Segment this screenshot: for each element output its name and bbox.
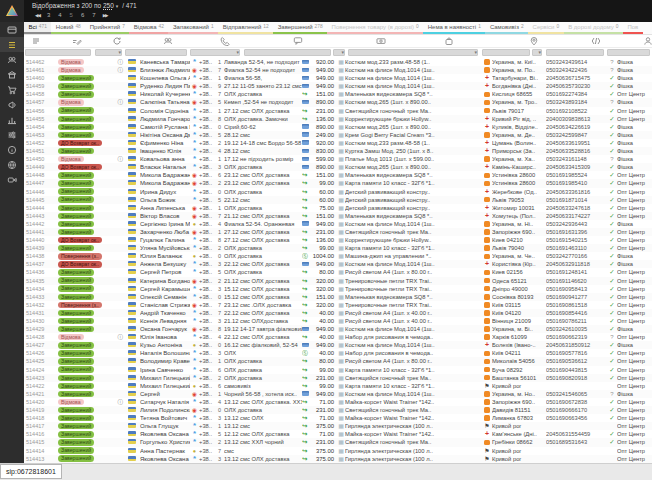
phone-status-icon[interactable]: *: [190, 366, 199, 374]
money-icon[interactable]: [376, 36, 386, 46]
phone-number[interactable]: +38..: [199, 74, 214, 82]
tab-Нема в наявності[interactable]: Нема в наявності1: [423, 22, 485, 34]
phone-number[interactable]: +38..: [199, 163, 214, 171]
tab-Відправлений[interactable]: Відправлений12: [218, 22, 273, 34]
tracking-number[interactable]: 0503242936443: [546, 220, 607, 228]
chat-icon[interactable]: [293, 36, 303, 46]
table-row[interactable]: 514447ЗавершенийМикола Бадражан◉+38..223…: [24, 179, 652, 187]
info-icon[interactable]: ⓘ: [118, 98, 124, 106]
table-row[interactable]: 514451ЗавершенийІващенко Юлія*+38..428.1…: [24, 147, 652, 155]
phone-status-icon[interactable]: *: [190, 317, 199, 325]
phone-status-icon[interactable]: *: [190, 196, 199, 204]
phone-status-icon[interactable]: ◉: [190, 204, 199, 212]
tracking-number[interactable]: 0503241546065: [546, 390, 607, 398]
tracking-number[interactable]: 0503242770166: [546, 252, 607, 260]
phone-status-icon[interactable]: ◉: [190, 406, 199, 414]
phone-status-icon[interactable]: ●: [190, 382, 199, 390]
tracking-number[interactable]: 0501691985410: [546, 179, 607, 187]
phone-number[interactable]: +38..: [199, 139, 214, 147]
last-page-button[interactable]: ▶▶: [103, 13, 108, 18]
sidebar-item-orders[interactable]: [0, 37, 24, 52]
info-icon[interactable]: ⓘ: [118, 58, 124, 66]
phone-number[interactable]: +38..: [199, 115, 214, 123]
tracking-number[interactable]: 0501691146620: [546, 277, 607, 285]
page-size-value[interactable]: 250: [103, 2, 114, 9]
phone-status-icon[interactable]: *: [190, 236, 199, 244]
filter-input-id[interactable]: [25, 49, 91, 56]
sidebar-item-web[interactable]: [0, 157, 24, 172]
phone-number[interactable]: +38..: [199, 179, 214, 187]
phone-number[interactable]: +38..: [199, 374, 214, 382]
sidebar-item-campaigns[interactable]: [0, 97, 24, 112]
phone-status-icon[interactable]: *: [190, 374, 199, 382]
phone-number[interactable]: +38..: [199, 447, 214, 455]
tracking-number[interactable]: 0501690861518: [546, 301, 607, 309]
sidebar-item-stats[interactable]: [0, 112, 24, 127]
phone-status-icon[interactable]: *: [190, 115, 199, 123]
phone-status-icon[interactable]: ◉: [190, 171, 199, 179]
phone-number[interactable]: +38..: [199, 204, 214, 212]
filter-input-source[interactable]: [607, 49, 650, 56]
phone-status-icon[interactable]: ◉: [190, 277, 199, 285]
phone-status-icon[interactable]: *: [190, 260, 199, 268]
page-number-4[interactable]: 4: [58, 12, 61, 18]
tracking-number[interactable]: 20450633528816: [546, 147, 607, 155]
phone-number[interactable]: +38..: [199, 357, 214, 365]
phone-status-icon[interactable]: *: [190, 414, 199, 422]
sidebar-item-settings[interactable]: [0, 127, 24, 142]
phone-number[interactable]: +38..: [199, 325, 214, 333]
phone-number[interactable]: +38..: [199, 414, 214, 422]
tracking-number[interactable]: 0501691463110: [546, 244, 607, 252]
phone-number[interactable]: +38..: [199, 333, 214, 341]
tracking-number[interactable]: 0501690820918: [546, 374, 607, 382]
phone-number[interactable]: +38..: [199, 438, 214, 446]
tracking-number[interactable]: 0501692108522: [546, 107, 607, 115]
filter-input-ttn[interactable]: [546, 49, 604, 56]
first-page-button[interactable]: ◀◀: [35, 13, 40, 18]
table-row[interactable]: 514459ЗавершенийРуденко Лидия Пав..◉+38.…: [24, 82, 652, 90]
phone-status-icon[interactable]: ●: [190, 220, 199, 228]
table-row[interactable]: 514440ДО Возврат ок..Гуцалюк Галина*+38.…: [24, 236, 652, 244]
table-row[interactable]: 514446ЗавершенийИрина Дидух*+38..0ОЛХ до…: [24, 188, 652, 196]
phone-number[interactable]: +38..: [199, 155, 214, 163]
phone-icon[interactable]: [220, 36, 230, 46]
phone-status-icon[interactable]: *: [190, 349, 199, 357]
table-row[interactable]: 514433ЗавершенийОлексій Семанін*+38..015…: [24, 293, 652, 301]
table-row[interactable]: 514444ЗавершенийАнна Липенська◉+38..1ОЛХ…: [24, 204, 652, 212]
refresh-icon[interactable]: [112, 36, 122, 46]
tracking-number[interactable]: 0501690666170: [546, 406, 607, 414]
table-row[interactable]: 514461ВідмоваⓘБлизнюк Людмила ..◉+38..7Ф…: [24, 66, 652, 74]
filter-select-product[interactable]: ▾: [348, 49, 478, 56]
tracking-number[interactable]: 20450631554459: [546, 430, 607, 438]
table-row[interactable]: 514454ЗавершенийСамотій Руслана Во..*+38…: [24, 123, 652, 131]
table-row[interactable]: 514418ЗавершенийТетяна Войтович*+38..313…: [24, 414, 652, 422]
info-icon[interactable]: ⓘ: [118, 333, 124, 341]
phone-status-icon[interactable]: *: [190, 285, 199, 293]
phone-status-icon[interactable]: *: [190, 422, 199, 430]
page-number-3[interactable]: 3: [47, 12, 50, 18]
phone-number[interactable]: +38..: [199, 455, 214, 463]
phone-status-icon[interactable]: *: [190, 357, 199, 365]
phone-status-icon[interactable]: *: [190, 333, 199, 341]
sidebar-item-video[interactable]: [0, 172, 24, 187]
table-row[interactable]: 514458ЗавершенийНиколай Кучеренко*+38..7…: [24, 90, 652, 98]
tracking-number[interactable]: 0501691248141: [546, 268, 607, 276]
phone-number[interactable]: +38..: [199, 406, 214, 414]
info-icon[interactable]: ⓘ: [118, 66, 124, 74]
phone-number[interactable]: +38..: [199, 220, 214, 228]
tracking-number[interactable]: 0501690854416: [546, 309, 607, 317]
table-row[interactable]: 514419ЗавершенийЛилия Подолинская◉+38..0…: [24, 406, 652, 414]
tab-Новий[interactable]: Новий48: [51, 22, 85, 34]
phone-number[interactable]: +38..: [199, 268, 214, 276]
table-row[interactable]: 514432Повернення (з..Станіслав Стрижак◉+…: [24, 301, 652, 309]
phone-status-icon[interactable]: ◉: [190, 390, 199, 398]
phone-number[interactable]: +38..: [199, 90, 214, 98]
phone-status-icon[interactable]: *: [190, 438, 199, 446]
table-row[interactable]: 514439ЗавершенийУляна Мусійовська*+38..2…: [24, 244, 652, 252]
table-row[interactable]: 514462ВідмоваⓘКаневська Тамара ..*+38..1…: [24, 58, 652, 66]
tracking-number[interactable]: 20450633174227: [546, 212, 607, 220]
sidebar-item-purchases[interactable]: [0, 82, 24, 97]
filter-select-phone[interactable]: ▾: [190, 49, 240, 56]
phone-number[interactable]: +38..: [199, 285, 214, 293]
phone-number[interactable]: +38..: [199, 236, 214, 244]
